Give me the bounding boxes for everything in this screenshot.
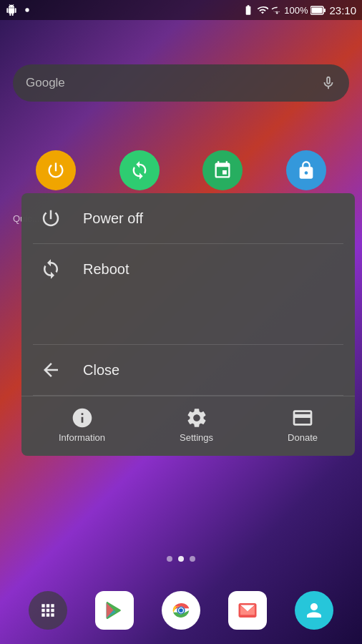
settings-label: Settings: [180, 432, 213, 443]
svg-point-6: [179, 608, 183, 613]
donate-label: Donate: [288, 432, 318, 443]
page-dots: [0, 556, 362, 562]
search-bar[interactable]: Google: [13, 64, 349, 102]
time-display: 23:10: [329, 4, 356, 16]
contacts-icon[interactable]: [295, 591, 333, 630]
reboot-label: Reboot: [83, 261, 129, 278]
google-logo: Google: [26, 76, 65, 90]
power-off-menu-item[interactable]: Power off: [21, 193, 355, 243]
settings-icon: [185, 406, 208, 429]
svg-rect-3: [312, 7, 323, 13]
dock: [0, 591, 362, 630]
close-menu-item[interactable]: Close: [21, 345, 355, 395]
status-left-icons: [6, 4, 33, 16]
dot-1: [167, 556, 172, 562]
gmail-icon[interactable]: [228, 591, 267, 630]
lock-app-icon[interactable]: [286, 150, 326, 190]
chrome-icon[interactable]: [162, 591, 200, 630]
android-icon: [6, 4, 17, 16]
wifi-icon: [257, 4, 268, 16]
close-back-icon: [39, 358, 63, 382]
battery-percent: 100%: [284, 5, 308, 16]
play-store-icon[interactable]: [95, 591, 134, 630]
settings-button[interactable]: Settings: [168, 404, 225, 446]
signal-icon: [271, 5, 281, 15]
info-icon: [71, 406, 94, 429]
power-off-icon: [39, 206, 63, 230]
notification-icon: [21, 4, 33, 16]
power-app-icon[interactable]: [36, 150, 76, 190]
svg-point-0: [25, 8, 29, 11]
power-off-label: Power off: [83, 210, 143, 227]
information-button[interactable]: Information: [47, 404, 117, 446]
status-right: 100% 23:10: [243, 4, 356, 16]
gesture-app-icon[interactable]: [202, 150, 243, 190]
information-label: Information: [59, 432, 105, 443]
recycle-app-icon[interactable]: [119, 150, 160, 190]
donate-icon: [291, 406, 314, 429]
apps-drawer-icon[interactable]: [29, 591, 67, 630]
svg-rect-2: [324, 9, 326, 12]
status-bar: 100% 23:10: [0, 0, 362, 20]
battery-charging-icon: [243, 4, 254, 16]
dot-2: [178, 556, 184, 562]
mic-icon[interactable]: [321, 75, 336, 91]
dot-3: [190, 556, 195, 562]
close-label: Close: [83, 362, 119, 379]
donate-button[interactable]: Donate: [276, 404, 329, 446]
app-icons-row: [0, 150, 362, 190]
bottom-icons-row: Information Settings Donate: [21, 396, 355, 456]
reboot-icon: [39, 257, 63, 281]
battery-bar-icon: [310, 6, 326, 15]
reboot-menu-item[interactable]: Reboot: [21, 244, 355, 294]
power-menu: Power off Reboot Reboot Please wait ... …: [21, 193, 355, 456]
